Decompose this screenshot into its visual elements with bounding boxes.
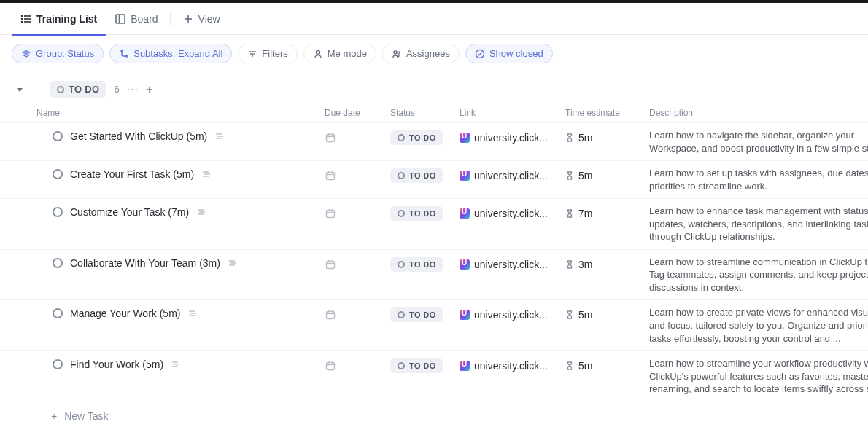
layers-icon: [21, 49, 31, 59]
status-dot-icon: [398, 134, 405, 141]
pill-filters[interactable]: Filters: [238, 44, 297, 63]
group-status-chip[interactable]: TO DO: [50, 81, 106, 98]
task-status-circle[interactable]: [53, 207, 63, 217]
calendar-icon[interactable]: [325, 170, 336, 181]
col-link[interactable]: Link: [460, 108, 565, 118]
pill-assignees[interactable]: Assignees: [382, 44, 460, 63]
calendar-icon[interactable]: [325, 259, 336, 270]
task-status-circle[interactable]: [53, 131, 63, 141]
time-cell[interactable]: 5m: [565, 306, 649, 321]
status-badge[interactable]: TO DO: [390, 130, 443, 145]
status-badge[interactable]: TO DO: [390, 358, 443, 373]
task-status-circle[interactable]: [53, 359, 63, 369]
col-status[interactable]: Status: [390, 108, 460, 118]
col-due-date[interactable]: Due date: [325, 108, 390, 118]
description-cell[interactable]: Learn how to streamline your workflow pr…: [649, 357, 868, 396]
pill-me-mode[interactable]: Me mode: [303, 44, 376, 63]
status-label: TO DO: [409, 260, 436, 269]
pill-label: Group: Status: [36, 48, 94, 59]
description-cell[interactable]: Learn how to streamline communication in…: [649, 256, 868, 294]
col-name[interactable]: Name: [36, 108, 325, 118]
link-cell[interactable]: university.click...: [460, 357, 565, 372]
link-favicon-icon: [460, 208, 470, 219]
description-cell[interactable]: Learn how to create private views for en…: [649, 306, 868, 345]
calendar-icon[interactable]: [325, 360, 336, 372]
status-label: TO DO: [409, 310, 436, 319]
group-count: 6: [114, 84, 119, 95]
group-add-icon[interactable]: +: [146, 83, 152, 96]
filters-bar: Group: Status Subtasks: Expand All Filte…: [0, 35, 868, 72]
task-row[interactable]: Get Started With ClickUp (5m)TO DOuniver…: [0, 122, 868, 160]
view-tabs: Training List Board View: [0, 3, 868, 35]
link-text: university.click...: [474, 170, 548, 181]
pill-group[interactable]: Group: Status: [12, 44, 104, 63]
time-cell[interactable]: 5m: [565, 167, 649, 181]
link-cell[interactable]: university.click...: [460, 256, 565, 270]
task-row[interactable]: Collaborate With Your Team (3m)TO DOuniv…: [0, 249, 868, 300]
status-badge[interactable]: TO DO: [390, 257, 443, 272]
link-text: university.click...: [474, 309, 548, 321]
task-status-circle[interactable]: [53, 258, 63, 268]
status-dot-icon: [57, 86, 64, 93]
description-cell[interactable]: Learn how to set up tasks with assignees…: [649, 167, 868, 192]
task-row[interactable]: Create Your First Task (5m)TO DOuniversi…: [0, 160, 868, 198]
subtask-icon[interactable]: [187, 308, 198, 318]
subtask-icon[interactable]: [228, 258, 238, 268]
hourglass-icon: [565, 133, 574, 142]
link-text: university.click...: [474, 259, 548, 270]
time-cell[interactable]: 5m: [565, 129, 649, 144]
task-name[interactable]: Collaborate With Your Team (3m): [70, 257, 220, 269]
column-headers: Name Due date Status Link Time estimate …: [0, 103, 868, 122]
task-name[interactable]: Get Started With ClickUp (5m): [70, 130, 207, 142]
hourglass-icon: [565, 260, 574, 269]
pill-label: Subtasks: Expand All: [133, 48, 222, 59]
status-badge[interactable]: TO DO: [390, 206, 443, 221]
subtask-icon[interactable]: [214, 131, 225, 141]
tab-label: View: [198, 13, 220, 25]
link-cell[interactable]: university.click...: [460, 167, 565, 181]
task-name[interactable]: Manage Your Work (5m): [70, 307, 180, 319]
tab-add-view[interactable]: View: [174, 3, 229, 35]
status-label: TO DO: [409, 133, 436, 142]
link-cell[interactable]: university.click...: [460, 129, 565, 144]
task-status-circle[interactable]: [53, 308, 63, 318]
task-name[interactable]: Customize Your Task (7m): [70, 206, 189, 218]
pill-subtasks[interactable]: Subtasks: Expand All: [109, 44, 232, 63]
task-name[interactable]: Find Your Work (5m): [70, 358, 163, 370]
status-badge[interactable]: TO DO: [390, 168, 443, 183]
subtask-icon[interactable]: [201, 169, 212, 179]
subtask-icon[interactable]: [171, 359, 181, 369]
task-status-circle[interactable]: [53, 169, 63, 179]
task-row[interactable]: Customize Your Task (7m)TO DOuniversity.…: [0, 198, 868, 249]
col-time[interactable]: Time estimate: [565, 108, 649, 118]
link-cell[interactable]: university.click...: [460, 205, 565, 219]
col-desc[interactable]: Description: [649, 108, 868, 118]
calendar-icon[interactable]: [325, 208, 336, 219]
svg-point-5: [22, 21, 23, 22]
tab-board[interactable]: Board: [106, 3, 166, 35]
time-cell[interactable]: 7m: [565, 205, 649, 219]
calendar-icon[interactable]: [325, 309, 336, 321]
hourglass-icon: [565, 171, 574, 180]
description-cell[interactable]: Learn how to enhance task management wit…: [649, 205, 868, 243]
collapse-icon[interactable]: [15, 85, 25, 95]
pill-show-closed[interactable]: Show closed: [465, 44, 553, 63]
new-task-button[interactable]: + New Task: [0, 401, 868, 431]
time-cell[interactable]: 5m: [565, 357, 649, 372]
link-favicon-icon: [460, 259, 470, 270]
subtask-icon[interactable]: [196, 207, 206, 217]
time-cell[interactable]: 3m: [565, 256, 649, 270]
description-cell[interactable]: Learn how to navigate the sidebar, organ…: [649, 129, 868, 154]
tab-training-list[interactable]: Training List: [12, 3, 106, 35]
calendar-icon[interactable]: [325, 132, 336, 144]
people-icon: [392, 49, 402, 59]
pill-label: Show closed: [489, 48, 543, 59]
status-dot-icon: [398, 311, 405, 318]
svg-rect-31: [327, 173, 335, 180]
task-row[interactable]: Find Your Work (5m)TO DOuniversity.click…: [0, 350, 868, 401]
task-row[interactable]: Manage Your Work (5m)TO DOuniversity.cli…: [0, 299, 868, 350]
task-name[interactable]: Create Your First Task (5m): [70, 168, 194, 180]
group-more-icon[interactable]: ···: [127, 83, 139, 96]
status-badge[interactable]: TO DO: [390, 307, 443, 322]
link-cell[interactable]: university.click...: [460, 306, 565, 321]
